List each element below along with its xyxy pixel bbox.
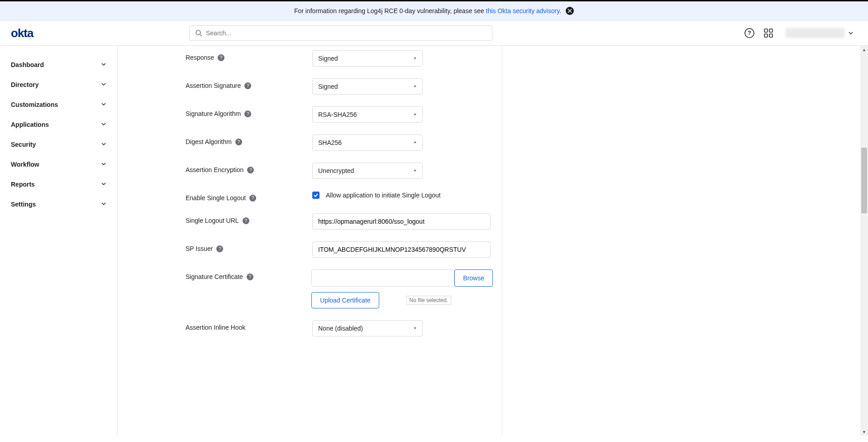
search-input[interactable] [206,29,486,37]
banner-suffix: . [559,7,561,14]
sidebar-item-label: Settings [11,201,36,208]
help-icon[interactable]: ? [247,167,254,173]
row-assertion-inline-hook: Assertion Inline Hook None (disabled) [186,320,493,336]
label-sp-issuer: SP Issuer ? [186,241,312,252]
label-single-logout-url: Single Logout URL ? [186,213,312,224]
scrollbar-thumb[interactable] [861,148,867,213]
row-enable-single-logout: Enable Single Logout ? Allow application… [186,191,493,202]
search-icon [195,29,202,37]
row-digest-algorithm: Digest Algorithm ? SHA256 [186,135,493,151]
select-assertion-inline-hook[interactable]: None (disabled) [312,320,423,336]
chevron-down-icon [101,161,106,168]
label-text: Digest Algorithm [186,138,232,145]
help-icon[interactable]: ? [244,82,251,89]
apps-icon[interactable] [763,28,774,38]
banner-text: For information regarding Log4j RCE 0-da… [294,7,561,14]
select-value: SHA256 [318,139,342,146]
help-icon[interactable]: ? [744,28,755,38]
chevron-down-icon [848,30,854,36]
label-text: Signature Algorithm [186,110,241,117]
sidebar-item-dashboard[interactable]: Dashboard [0,55,117,75]
select-response[interactable]: Signed [312,50,423,67]
sidebar-item-directory[interactable]: Directory [0,75,117,95]
label-signature-certificate: Signature Certificate ? [186,269,311,280]
label-text: Signature Certificate [186,273,243,280]
input-sp-issuer[interactable] [312,241,491,258]
main: Response ? Signed Assertion Signature ? [118,46,868,436]
file-input[interactable] [311,269,454,287]
select-assertion-encryption[interactable]: Unencrypted [312,163,423,179]
select-digest-algorithm[interactable]: SHA256 [312,135,423,151]
caret-down-icon [413,85,417,88]
help-icon[interactable]: ? [244,110,251,117]
browse-button[interactable]: Browse [454,269,493,287]
svg-rect-7 [769,34,773,37]
upload-row: Upload Certificate No file selected. [311,292,493,308]
chevron-down-icon [101,201,106,208]
sidebar-item-customizations[interactable]: Customizations [0,95,117,115]
help-icon[interactable]: ? [243,217,249,224]
user-name-redacted [786,28,844,38]
sidebar-item-settings[interactable]: Settings [0,194,117,214]
scrollbar[interactable]: ▲ ▼ [860,46,868,436]
row-response: Response ? Signed [186,50,493,67]
sidebar-item-label: Security [11,141,36,148]
select-value: Signed [318,83,338,90]
sidebar-item-workflow[interactable]: Workflow [0,154,117,174]
sidebar-item-label: Reports [11,181,35,188]
caret-down-icon [413,327,417,330]
chevron-down-icon [101,181,106,188]
announcement-banner: For information regarding Log4j RCE 0-da… [0,1,868,21]
close-icon[interactable] [566,7,574,15]
select-assertion-signature[interactable]: Signed [312,78,423,95]
svg-point-0 [196,30,200,35]
label-enable-single-logout: Enable Single Logout ? [186,191,312,202]
sidebar-item-applications[interactable]: Applications [0,115,117,135]
file-status: No file selected. [406,296,451,305]
label-text: Assertion Inline Hook [186,324,245,331]
user-menu[interactable] [782,26,857,40]
chevron-down-icon [101,81,106,88]
file-row: Browse [311,269,493,287]
checkbox-row: Allow application to initiate Single Log… [312,191,493,199]
label-text: Response [186,54,214,61]
sidebar-item-security[interactable]: Security [0,135,117,154]
svg-rect-5 [769,29,773,32]
help-icon[interactable]: ? [218,54,224,61]
caret-down-icon [413,169,417,173]
sidebar: Dashboard Directory Customizations Appli… [0,46,118,436]
label-text: Enable Single Logout [186,194,246,202]
row-assertion-encryption: Assertion Encryption ? Unencrypted [186,163,493,179]
label-text: Single Logout URL [186,217,239,224]
layout: Dashboard Directory Customizations Appli… [0,46,868,436]
row-assertion-signature: Assertion Signature ? Signed [186,78,493,95]
help-icon[interactable]: ? [216,245,223,252]
select-value: Signed [318,55,338,62]
upload-certificate-button[interactable]: Upload Certificate [311,292,379,308]
help-icon[interactable]: ? [235,139,242,145]
scroll-up-icon[interactable]: ▲ [860,46,868,53]
checkbox-allow-slo[interactable] [312,192,320,199]
sidebar-item-label: Customizations [11,101,58,108]
help-icon[interactable]: ? [247,274,253,280]
select-signature-algorithm[interactable]: RSA-SHA256 [312,106,423,123]
caret-down-icon [413,141,417,144]
search-box[interactable] [189,25,492,41]
svg-rect-4 [764,29,768,32]
svg-rect-6 [764,34,768,37]
row-sp-issuer: SP Issuer ? [186,241,493,258]
form-content: Response ? Signed Assertion Signature ? [176,46,502,436]
label-assertion-encryption: Assertion Encryption ? [186,163,312,173]
input-single-logout-url[interactable] [312,213,491,230]
select-value: None (disabled) [318,325,363,332]
scroll-down-icon[interactable]: ▼ [860,428,868,436]
banner-link[interactable]: this Okta security advisory [486,7,559,14]
label-assertion-signature: Assertion Signature ? [186,78,312,89]
header-right: ? [744,26,857,40]
label-response: Response ? [186,50,312,61]
row-signature-algorithm: Signature Algorithm ? RSA-SHA256 [186,106,493,123]
help-icon[interactable]: ? [249,195,256,202]
sidebar-item-reports[interactable]: Reports [0,174,117,194]
sidebar-item-label: Dashboard [11,61,44,68]
chevron-down-icon [101,141,106,148]
